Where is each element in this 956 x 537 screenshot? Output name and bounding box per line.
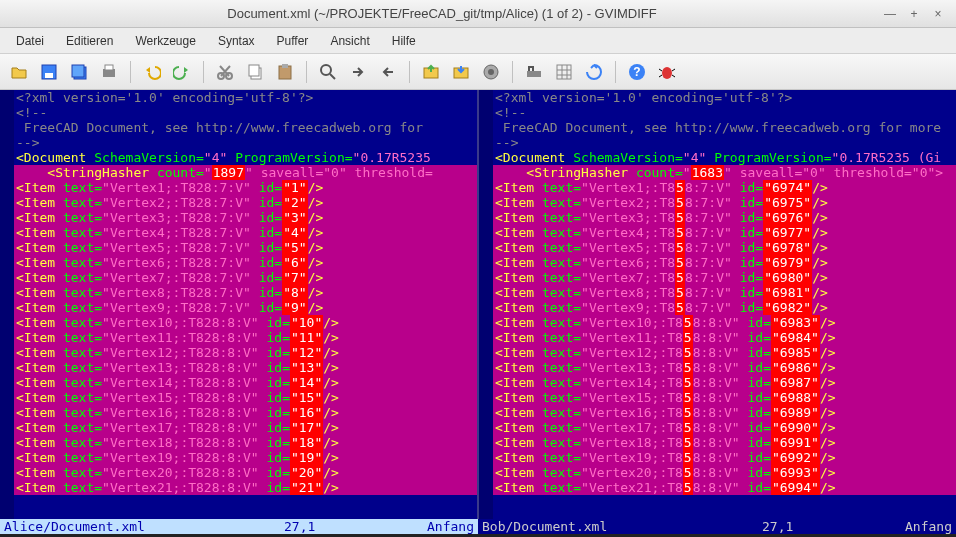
- toolbar-separator: [306, 61, 307, 83]
- toolbar-separator: [512, 61, 513, 83]
- svg-rect-18: [557, 65, 571, 79]
- toolbar-separator: [203, 61, 204, 83]
- window-title: Document.xml (~/PROJEKTE/FreeCAD_git/tmp…: [8, 6, 876, 21]
- next-icon[interactable]: [345, 59, 371, 85]
- svg-rect-1: [45, 73, 53, 78]
- svg-rect-17: [527, 71, 541, 77]
- status-percent: Anfang: [404, 519, 474, 534]
- status-right: Bob/Document.xml 27,1 Anfang: [478, 519, 956, 534]
- session-save-icon[interactable]: [448, 59, 474, 85]
- fold-gutter[interactable]: [479, 90, 493, 519]
- cut-icon[interactable]: [212, 59, 238, 85]
- diff-area: <?xml version='1.0' encoding='utf-8'?><!…: [0, 90, 956, 519]
- menu-werkzeuge[interactable]: Werkzeuge: [125, 30, 205, 52]
- svg-point-16: [488, 69, 494, 75]
- find-icon[interactable]: [315, 59, 341, 85]
- undo-icon[interactable]: [139, 59, 165, 85]
- print-icon[interactable]: [96, 59, 122, 85]
- make-icon[interactable]: [521, 59, 547, 85]
- titlebar: Document.xml (~/PROJEKTE/FreeCAD_git/tmp…: [0, 0, 956, 28]
- status-filename: Bob/Document.xml: [482, 519, 762, 534]
- svg-rect-5: [105, 65, 113, 70]
- svg-rect-11: [282, 64, 288, 68]
- script-icon[interactable]: [478, 59, 504, 85]
- fold-gutter[interactable]: [0, 90, 14, 519]
- jump-icon[interactable]: [581, 59, 607, 85]
- menu-hilfe[interactable]: Hilfe: [382, 30, 426, 52]
- status-left: Alice/Document.xml 27,1 Anfang: [0, 519, 478, 534]
- svg-rect-3: [72, 65, 84, 77]
- session-load-icon[interactable]: [418, 59, 444, 85]
- menu-puffer[interactable]: Puffer: [267, 30, 319, 52]
- svg-point-21: [662, 67, 672, 79]
- paste-icon[interactable]: [272, 59, 298, 85]
- open-icon[interactable]: [6, 59, 32, 85]
- status-filename: Alice/Document.xml: [4, 519, 284, 534]
- menu-ansicht[interactable]: Ansicht: [320, 30, 379, 52]
- toolbar-separator: [409, 61, 410, 83]
- menu-datei[interactable]: Datei: [6, 30, 54, 52]
- tags-icon[interactable]: [551, 59, 577, 85]
- status-position: 27,1: [284, 519, 404, 534]
- help-icon[interactable]: ?: [624, 59, 650, 85]
- save-icon[interactable]: [36, 59, 62, 85]
- left-pane[interactable]: <?xml version='1.0' encoding='utf-8'?><!…: [0, 90, 479, 519]
- prev-icon[interactable]: [375, 59, 401, 85]
- save-all-icon[interactable]: [66, 59, 92, 85]
- menubar: DateiEditierenWerkzeugeSyntaxPufferAnsic…: [0, 28, 956, 54]
- minimize-button[interactable]: —: [880, 4, 900, 24]
- toolbar-separator: [615, 61, 616, 83]
- status-bar: Alice/Document.xml 27,1 Anfang Bob/Docum…: [0, 519, 956, 534]
- toolbar: ?: [0, 54, 956, 90]
- copy-icon[interactable]: [242, 59, 268, 85]
- status-position: 27,1: [762, 519, 882, 534]
- maximize-button[interactable]: +: [904, 4, 924, 24]
- svg-point-12: [321, 65, 331, 75]
- svg-rect-9: [249, 65, 259, 76]
- right-pane[interactable]: <?xml version='1.0' encoding='utf-8'?><!…: [479, 90, 956, 519]
- status-percent: Anfang: [882, 519, 952, 534]
- bug-icon[interactable]: [654, 59, 680, 85]
- menu-editieren[interactable]: Editieren: [56, 30, 123, 52]
- redo-icon[interactable]: [169, 59, 195, 85]
- menu-syntax[interactable]: Syntax: [208, 30, 265, 52]
- close-button[interactable]: ×: [928, 4, 948, 24]
- toolbar-separator: [130, 61, 131, 83]
- svg-text:?: ?: [633, 65, 640, 79]
